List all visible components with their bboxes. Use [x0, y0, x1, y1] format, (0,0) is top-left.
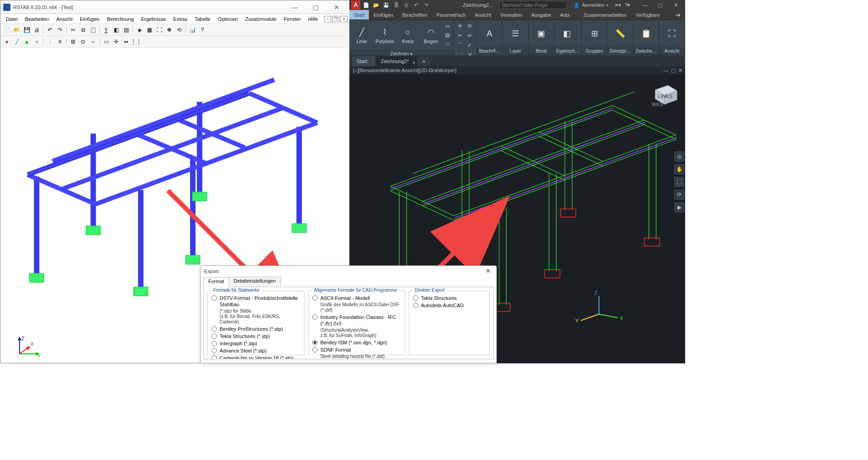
snap-icon[interactable]: ⊙: [78, 37, 88, 46]
panel-dienstpr-label[interactable]: Dienstpr…: [608, 47, 633, 55]
maximize-button[interactable]: ▢: [652, 0, 668, 10]
zoom-extents-icon[interactable]: ⛶: [674, 177, 684, 187]
menu-ansicht[interactable]: Ansicht: [53, 15, 76, 23]
move-icon[interactable]: ✢: [112, 37, 121, 46]
vp-close-icon[interactable]: ✕: [678, 66, 682, 74]
loadcase-icon[interactable]: ≡: [55, 37, 64, 46]
polylinie-button[interactable]: ⌇Polylinie: [374, 26, 396, 44]
autocad-logo-icon[interactable]: A: [351, 0, 360, 10]
tab-beschriften[interactable]: Beschriften: [398, 10, 432, 20]
move-icon[interactable]: ✢: [456, 22, 464, 30]
copy-icon[interactable]: ⧉: [78, 25, 88, 34]
pan-icon[interactable]: ✥: [165, 25, 174, 34]
minimize-button[interactable]: —: [637, 0, 652, 10]
calc-icon[interactable]: ∑: [102, 25, 111, 34]
radio-icon[interactable]: [211, 333, 217, 339]
menu-optionen[interactable]: Optionen: [214, 15, 242, 23]
tab-zusammen[interactable]: Zusammenarbeiten: [579, 10, 631, 20]
redo-icon[interactable]: ↷: [422, 1, 430, 9]
panel-block-label[interactable]: Block: [529, 47, 554, 55]
save-icon[interactable]: 💾: [382, 1, 390, 9]
maximize-button[interactable]: ▢: [305, 1, 326, 14]
vp-minimize-icon[interactable]: —: [663, 66, 668, 74]
dienstpr-button[interactable]: 📏: [609, 27, 631, 40]
tab-detail[interactable]: Detaileinstellungen: [229, 277, 281, 287]
panel-zwische-label[interactable]: Zwische…: [633, 47, 659, 55]
menu-datei[interactable]: Datei: [2, 15, 21, 23]
view-cube[interactable]: LINKS WKS: [650, 81, 679, 107]
materials-icon[interactable]: ◧: [112, 25, 121, 34]
login-label[interactable]: Anmelden: [582, 2, 604, 8]
dimension-icon[interactable]: ↔: [88, 37, 98, 46]
login-icon[interactable]: 👤: [574, 2, 580, 8]
radio-icon[interactable]: [413, 295, 418, 301]
bogen-button[interactable]: ◠Bogen: [420, 26, 441, 44]
radio-option[interactable]: SDNF Format: [312, 347, 401, 353]
radio-icon[interactable]: [312, 347, 318, 352]
linie-button[interactable]: ╱Linie: [351, 26, 373, 44]
menu-zusatzmodule[interactable]: Zusatzmodule: [242, 15, 280, 23]
exchange-icon[interactable]: ✕▾: [613, 1, 622, 9]
dialog-close-button[interactable]: ✕: [484, 267, 493, 275]
mdi-restore-button[interactable]: ❐: [332, 16, 339, 22]
tab-parametrisch[interactable]: Parametrisch: [432, 10, 471, 20]
search-input[interactable]: Stichwort oder Frage eingeben: [499, 1, 567, 9]
menu-ergebnisse[interactable]: Ergebnisse: [137, 15, 170, 23]
view-top-icon[interactable]: ▦: [145, 25, 154, 34]
clipboard-button[interactable]: 📋: [635, 27, 657, 40]
radio-option[interactable]: Intergraph (*.stp): [211, 340, 300, 347]
panel-eigensch-label[interactable]: Eigensch…: [554, 47, 581, 55]
fillet-icon[interactable]: ⌒: [456, 41, 464, 49]
radio-option[interactable]: Advance Steel (*.stp): [211, 347, 300, 354]
zoom-fit-icon[interactable]: ⛶: [155, 25, 164, 34]
radio-icon[interactable]: [211, 341, 217, 346]
tab-verfuegbare[interactable]: Verfügbare Apps: [631, 10, 672, 20]
save-icon[interactable]: 💾: [22, 25, 31, 34]
viewport-header[interactable]: [–][Benutzerdefinierte Ansicht][2D-Draht…: [349, 66, 685, 74]
radio-icon[interactable]: [312, 295, 318, 301]
radio-icon[interactable]: [312, 340, 318, 345]
mirror-icon[interactable]: ⇔: [122, 37, 131, 46]
radio-icon[interactable]: [211, 295, 217, 301]
rotate-icon[interactable]: ⟲: [465, 22, 473, 30]
radio-icon[interactable]: [211, 326, 217, 332]
sections-icon[interactable]: ▤: [122, 25, 131, 34]
showmotion-icon[interactable]: ▶: [674, 202, 684, 212]
close-button[interactable]: ✕: [668, 0, 683, 10]
menu-einfuegen[interactable]: Einfügen: [76, 15, 103, 23]
menu-fenster[interactable]: Fenster: [280, 15, 304, 23]
layer-button[interactable]: ☰: [505, 27, 526, 40]
radio-icon[interactable]: [211, 348, 217, 353]
tab-addins[interactable]: Add-ins: [555, 10, 579, 20]
beschriften-button[interactable]: A: [479, 27, 500, 40]
file-tab-drawing[interactable]: Zeichnung2*×: [376, 56, 417, 66]
saveas-icon[interactable]: 🗄: [392, 1, 400, 9]
orbit-icon[interactable]: ⟳: [674, 190, 684, 200]
select-icon[interactable]: ▭: [102, 37, 111, 46]
dialog-titlebar[interactable]: Export ✕: [201, 266, 496, 277]
steering-wheel-icon[interactable]: ◎: [674, 152, 684, 161]
radio-icon[interactable]: [413, 303, 418, 308]
open-icon[interactable]: 📂: [372, 1, 380, 9]
load-icon[interactable]: ↓: [45, 37, 54, 46]
block-button[interactable]: ▣: [530, 27, 552, 40]
view-iso-icon[interactable]: ◈: [135, 25, 144, 34]
redo-icon[interactable]: ↷: [55, 25, 64, 34]
support-icon[interactable]: ▲: [22, 37, 31, 46]
radio-option[interactable]: ASCII-Format - Modell: [312, 295, 401, 301]
new-icon[interactable]: 📄: [362, 1, 370, 9]
radio-option[interactable]: Tekla Structures: [413, 295, 485, 301]
panel-beschrif-label[interactable]: Beschrif…: [477, 47, 502, 55]
pan-hand-icon[interactable]: ✋: [674, 164, 684, 174]
radio-option[interactable]: Bentley ProStructures (*.stp): [211, 326, 300, 332]
new-icon[interactable]: 📄: [2, 25, 11, 34]
eigenschaften-button[interactable]: ◧: [556, 27, 578, 40]
undo-icon[interactable]: ↶: [45, 25, 54, 34]
rotate-icon[interactable]: ⟲: [175, 25, 184, 34]
file-tab-start[interactable]: Start: [352, 56, 375, 66]
radio-icon[interactable]: [312, 314, 318, 320]
file-tab-add[interactable]: +: [418, 56, 430, 66]
vp-maximize-icon[interactable]: ▢: [671, 66, 676, 74]
cut-icon[interactable]: ✂: [69, 25, 78, 34]
radio-option[interactable]: Autodesk AutoCAD: [413, 302, 485, 308]
